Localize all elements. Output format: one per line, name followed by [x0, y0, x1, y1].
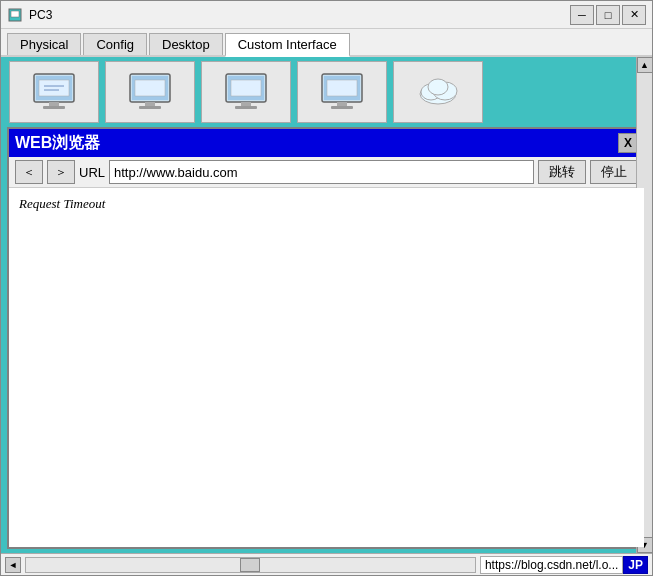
svg-rect-17: [235, 106, 257, 109]
url-input[interactable]: [109, 160, 534, 184]
status-url: https://blog.csdn.net/l.o...: [480, 556, 623, 574]
icon-card-2[interactable]: [105, 61, 195, 123]
title-bar: PC3 ─ □ ✕: [1, 1, 652, 29]
tab-bar: Physical Config Desktop Custom Interface: [1, 29, 652, 57]
svg-rect-4: [49, 102, 59, 106]
tab-physical[interactable]: Physical: [7, 33, 81, 55]
status-scroll-left[interactable]: ◄: [5, 557, 21, 573]
svg-rect-21: [337, 102, 347, 106]
svg-rect-23: [327, 80, 357, 96]
monitor-icon-1: [29, 72, 79, 112]
request-timeout-text: Request Timeout: [19, 196, 105, 211]
browser-nav-bar: ＜ ＞ URL 跳转 停止: [9, 157, 644, 188]
svg-rect-12: [139, 106, 161, 109]
svg-rect-22: [331, 106, 353, 109]
maximize-button[interactable]: □: [596, 5, 620, 25]
browser-title-bar: WEB浏览器 X: [9, 129, 644, 157]
status-right-section: https://blog.csdn.net/l.o... JP: [480, 556, 648, 574]
window-title: PC3: [29, 8, 570, 22]
svg-rect-16: [241, 102, 251, 106]
close-button[interactable]: ✕: [622, 5, 646, 25]
icon-card-4[interactable]: [297, 61, 387, 123]
scroll-up-arrow[interactable]: ▲: [637, 57, 653, 73]
main-area: ▲ ▼: [1, 57, 652, 553]
monitor-icon-2: [125, 72, 175, 112]
jump-button[interactable]: 跳转: [538, 160, 586, 184]
svg-rect-6: [39, 80, 69, 96]
stop-button[interactable]: 停止: [590, 160, 638, 184]
tab-custom-interface[interactable]: Custom Interface: [225, 33, 350, 57]
status-bar: ◄ https://blog.csdn.net/l.o... JP: [1, 553, 652, 575]
forward-button[interactable]: ＞: [47, 160, 75, 184]
status-jp-badge: JP: [623, 556, 648, 574]
main-window: PC3 ─ □ ✕ Physical Config Desktop Custom…: [0, 0, 653, 576]
url-label: URL: [79, 165, 105, 180]
svg-rect-5: [43, 106, 65, 109]
svg-rect-18: [231, 80, 261, 96]
icon-card-3[interactable]: [201, 61, 291, 123]
minimize-button[interactable]: ─: [570, 5, 594, 25]
svg-rect-13: [135, 80, 165, 96]
window-controls: ─ □ ✕: [570, 5, 646, 25]
status-scroll-track[interactable]: [25, 557, 476, 573]
tab-desktop[interactable]: Desktop: [149, 33, 223, 55]
monitor-icon-3: [221, 72, 271, 112]
svg-rect-11: [145, 102, 155, 106]
back-button[interactable]: ＜: [15, 160, 43, 184]
browser-window: WEB浏览器 X ＜ ＞ URL 跳转 停止 Request Timeout: [7, 127, 646, 549]
svg-point-27: [428, 79, 448, 95]
cloud-icon: [413, 72, 463, 112]
browser-close-button[interactable]: X: [618, 133, 638, 153]
monitor-icon-4: [317, 72, 367, 112]
tab-config[interactable]: Config: [83, 33, 147, 55]
icon-card-1[interactable]: [9, 61, 99, 123]
svg-rect-1: [11, 11, 19, 17]
browser-title: WEB浏览器: [15, 133, 618, 154]
status-scroll-thumb[interactable]: [240, 558, 260, 572]
icon-card-5[interactable]: [393, 61, 483, 123]
window-icon: [7, 7, 23, 23]
browser-content: Request Timeout: [9, 188, 644, 547]
icon-strip: [1, 57, 652, 127]
